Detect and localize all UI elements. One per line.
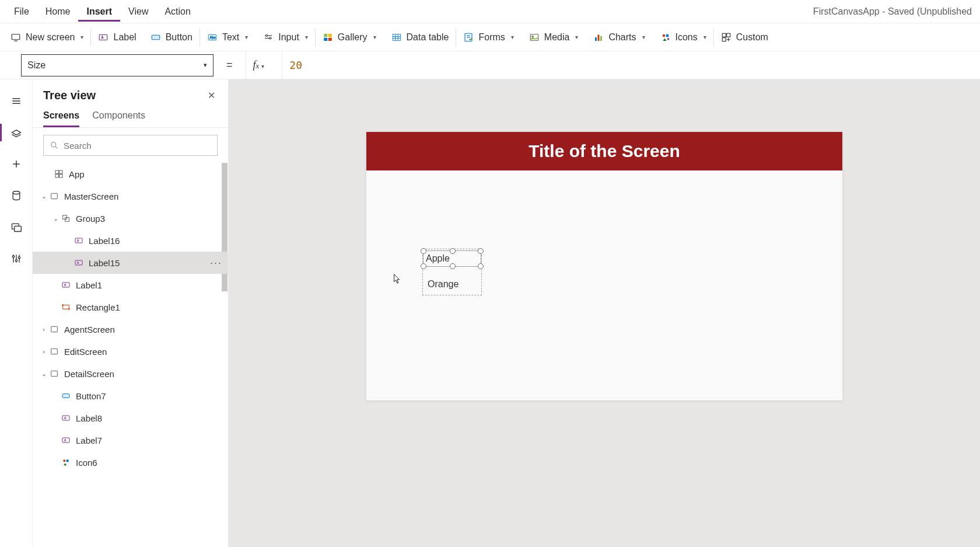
custom-icon (721, 32, 732, 43)
insert-media-button[interactable]: Media ▾ (529, 32, 579, 43)
tab-components[interactable]: Components (92, 110, 145, 127)
insert-charts-button[interactable]: Charts ▾ (593, 32, 645, 43)
ribbon-insert: New screen ▾ Label Button Abc Text ▾ Inp… (0, 23, 980, 51)
tree-node-label15[interactable]: Label15 ··· (33, 252, 228, 274)
tree-node-app[interactable]: App (33, 163, 228, 185)
svg-text:Abc: Abc (209, 36, 215, 39)
group-icon (61, 213, 71, 224)
input-icon (263, 32, 274, 43)
property-selector[interactable]: Size ▾ (21, 54, 214, 76)
insert-button-button[interactable]: Button (150, 32, 192, 43)
chevron-down-icon: ▾ (373, 34, 376, 40)
svg-rect-12 (324, 37, 327, 40)
rail-media[interactable] (0, 211, 33, 243)
svg-rect-51 (60, 170, 62, 173)
label-icon (61, 280, 71, 290)
tree-node-icon6[interactable]: Icon6 (33, 451, 228, 473)
screen-icon (49, 324, 60, 335)
tree-node-label8[interactable]: Label8 (33, 407, 228, 429)
chevron-down-icon[interactable]: ⌄ (50, 215, 61, 222)
tree-node-button7[interactable]: Button7 (33, 385, 228, 407)
rail-hamburger[interactable] (0, 85, 33, 117)
chevron-down-icon: ▾ (642, 34, 645, 40)
screen-title-label[interactable]: Title of the Screen (366, 132, 842, 170)
tree-node-label16[interactable]: Label16 (33, 229, 228, 252)
menu-file[interactable]: File (6, 2, 37, 22)
svg-rect-63 (51, 326, 58, 332)
more-icon[interactable]: ··· (210, 257, 222, 269)
svg-point-47 (18, 257, 20, 259)
tree-node-label1[interactable]: Label1 (33, 274, 228, 296)
equals-sign: = (224, 59, 235, 71)
svg-rect-64 (51, 349, 58, 354)
new-screen-button[interactable]: New screen ▾ (10, 32, 83, 43)
svg-rect-56 (65, 218, 69, 222)
svg-rect-60 (63, 305, 69, 309)
svg-point-27 (662, 34, 665, 37)
rail-data[interactable] (0, 180, 33, 211)
svg-line-49 (55, 147, 57, 148)
insert-custom-button[interactable]: Custom (721, 32, 768, 43)
svg-rect-52 (55, 175, 58, 177)
chevron-down-icon: ▾ (245, 34, 248, 40)
charts-icon (593, 32, 604, 43)
tree-node-masterscreen[interactable]: ⌄ MasterScreen (33, 185, 228, 207)
canvas-label-apple[interactable]: Apple (423, 250, 481, 267)
close-icon[interactable]: ✕ (205, 88, 218, 103)
chevron-down-icon[interactable]: ⌄ (38, 193, 49, 200)
search-icon (50, 141, 59, 150)
insert-forms-button[interactable]: Forms ▾ (463, 32, 513, 43)
insert-gallery-button[interactable]: Gallery ▾ (323, 32, 376, 43)
svg-rect-58 (75, 260, 82, 265)
rectangle-icon (61, 302, 71, 312)
svg-rect-57 (75, 238, 82, 243)
formula-input[interactable]: 20 (282, 51, 980, 79)
svg-rect-26 (600, 36, 602, 40)
menu-view[interactable]: View (120, 2, 156, 22)
menu-home[interactable]: Home (37, 2, 79, 22)
tab-screens[interactable]: Screens (43, 110, 79, 127)
rail-advanced[interactable] (0, 243, 33, 274)
insert-text-button[interactable]: Abc Text ▾ (207, 32, 248, 43)
svg-rect-67 (62, 416, 69, 420)
tree-view-title: Tree view (43, 89, 96, 102)
menu-insert[interactable]: Insert (78, 2, 120, 22)
insert-input-button[interactable]: Input ▾ (263, 32, 308, 43)
chevron-down-icon[interactable]: ⌄ (38, 370, 49, 378)
svg-point-23 (532, 36, 533, 37)
menu-action[interactable]: Action (156, 2, 198, 22)
svg-point-46 (15, 260, 17, 262)
menu-bar: File Home Insert View Action FirstCanvas… (0, 0, 980, 23)
search-input[interactable] (43, 135, 218, 156)
svg-rect-3 (152, 35, 160, 40)
tree-node-group3[interactable]: ⌄ Group3 (33, 207, 228, 229)
chevron-right-icon[interactable]: › (38, 326, 49, 333)
rail-insert[interactable] (0, 148, 33, 180)
tree-node-editscreen[interactable]: › EditScreen (33, 340, 228, 363)
svg-rect-0 (12, 34, 20, 39)
insert-datatable-button[interactable]: Data table (391, 32, 449, 43)
gallery-icon (323, 32, 333, 43)
formula-bar: Size ▾ = fx▾ 20 (0, 51, 980, 79)
chevron-right-icon[interactable]: › (38, 348, 49, 355)
tree-node-detailscreen[interactable]: ⌄ DetailScreen (33, 363, 228, 385)
svg-rect-31 (722, 37, 726, 41)
rail-tree-view[interactable] (0, 117, 33, 148)
svg-rect-29 (722, 33, 726, 37)
forms-icon (463, 32, 474, 43)
canvas-area[interactable]: Title of the Screen Apple Orange (229, 79, 980, 547)
fx-button[interactable]: fx▾ (246, 51, 272, 79)
svg-rect-68 (62, 438, 69, 443)
tree-node-label7[interactable]: Label7 (33, 429, 228, 451)
button-icon (150, 32, 161, 43)
chevron-down-icon: ▾ (80, 34, 83, 40)
svg-rect-53 (60, 175, 62, 177)
svg-rect-70 (66, 459, 69, 462)
insert-label-button[interactable]: Label (98, 32, 136, 43)
tree-node-rectangle1[interactable]: Rectangle1 (33, 296, 228, 318)
insert-icons-button[interactable]: Icons ▾ (660, 32, 706, 43)
canvas-label-orange[interactable]: Orange (425, 276, 481, 292)
canvas-screen[interactable]: Title of the Screen Apple Orange (366, 132, 842, 400)
tree-node-agentscreen[interactable]: › AgentScreen (33, 318, 228, 340)
chevron-down-icon: ▾ (575, 34, 578, 40)
